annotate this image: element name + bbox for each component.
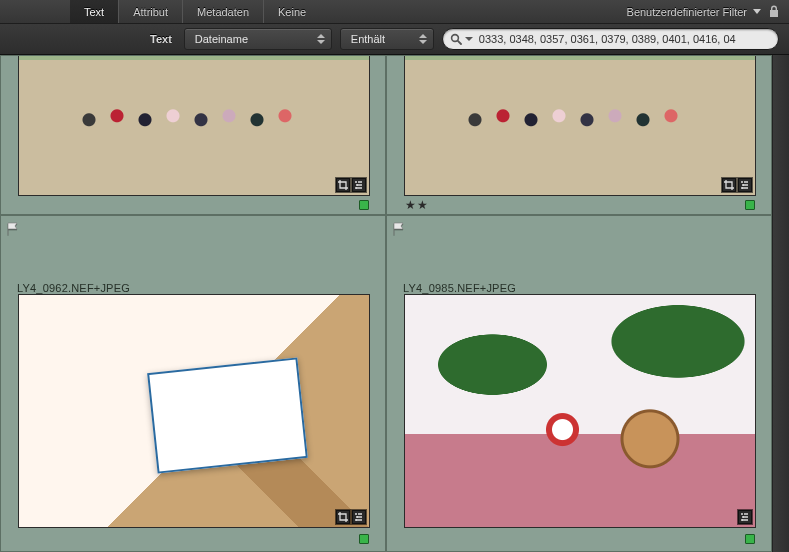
combo-stepper-icon [315,31,327,47]
svg-point-10 [355,519,357,521]
adjust-icon [352,178,366,192]
thumbnail-filename: LY4_0962.NEF+JPEG [17,282,130,294]
combo-value: Dateiname [195,33,248,45]
chevron-down-icon[interactable] [753,9,761,14]
grid-cell[interactable] [0,55,386,215]
crop-icon [722,178,736,192]
svg-line-1 [457,41,460,44]
crop-icon [336,178,350,192]
svg-point-5 [741,181,743,183]
svg-point-13 [741,519,743,521]
svg-point-8 [355,513,357,515]
filter-tab-label: Attribut [133,6,168,18]
filter-tab-label: Keine [278,6,306,18]
thumbnail-image[interactable] [404,55,756,196]
chevron-down-icon[interactable] [465,37,473,41]
svg-point-11 [741,513,743,515]
filter-tab-text[interactable]: Text [70,0,118,23]
thumbnail-image[interactable] [18,294,370,528]
combo-stepper-icon [417,31,429,47]
crop-icon [336,510,350,524]
color-label-green[interactable] [359,534,369,544]
rating-stars[interactable]: ★★ [405,198,429,212]
filter-tab-none[interactable]: Keine [263,0,320,23]
library-filter-bar: Text Attribut Metadaten Keine Benutzerde… [0,0,789,24]
adjust-icon [738,510,752,524]
text-search-field[interactable] [442,28,779,50]
svg-point-4 [355,187,357,189]
color-label-green[interactable] [359,200,369,210]
grid-cell[interactable]: LY4_0962.NEF+JPEG [0,215,386,552]
filter-tab-label: Metadaten [197,6,249,18]
lock-icon[interactable] [767,5,781,19]
star-icon: ★ [417,198,429,212]
svg-point-7 [741,187,743,189]
star-icon: ★ [405,198,417,212]
flag-icon[interactable] [7,222,19,236]
adjust-icon [352,510,366,524]
text-field-combo[interactable]: Dateiname [184,28,332,50]
grid-cell[interactable]: ★★ [386,55,772,215]
thumbnail-image[interactable] [18,55,370,196]
flag-icon[interactable] [393,222,405,236]
svg-point-9 [356,516,358,518]
thumbnail-grid: ★★ LY4_0962.NEF+JPEG LY4_0985.NEF+JPEG [0,55,789,552]
thumbnail-badges [737,509,753,525]
thumbnail-badges [335,509,367,525]
text-search-input[interactable] [479,33,770,45]
color-label-green[interactable] [745,200,755,210]
vertical-scrollbar[interactable] [772,55,789,552]
filter-tab-label: Text [84,6,104,18]
thumbnail-image[interactable] [404,294,756,528]
filter-tab-attribute[interactable]: Attribut [118,0,182,23]
combo-value: Enthält [351,33,385,45]
search-icon [449,32,463,46]
thumbnail-filename: LY4_0985.NEF+JPEG [403,282,516,294]
text-mode-combo[interactable]: Enthält [340,28,434,50]
grid-cell[interactable]: LY4_0985.NEF+JPEG [386,215,772,552]
color-label-green[interactable] [745,534,755,544]
thumbnail-badges [721,177,753,193]
filter-preset-label[interactable]: Benutzerdefinierter Filter [627,6,747,18]
svg-point-12 [742,516,744,518]
text-filter-row: Text Dateiname Enthält [0,24,789,55]
svg-point-2 [355,181,357,183]
adjust-icon [738,178,752,192]
thumbnail-badges [335,177,367,193]
text-filter-label: Text [150,33,172,45]
filter-tab-metadata[interactable]: Metadaten [182,0,263,23]
svg-point-3 [356,184,358,186]
svg-point-6 [742,184,744,186]
